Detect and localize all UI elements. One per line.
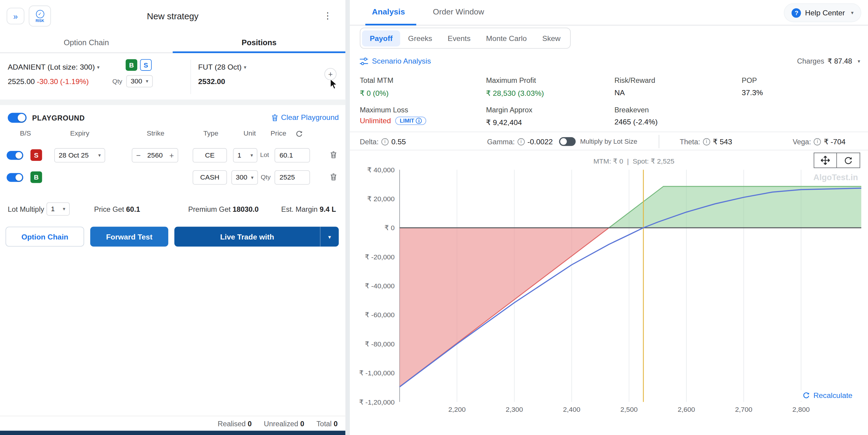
- refresh-prices-icon[interactable]: [296, 130, 303, 138]
- col-unit: Unit: [237, 129, 262, 137]
- leg-side-badge[interactable]: S: [30, 149, 42, 161]
- strategy-title: New strategy: [0, 12, 345, 22]
- metric-value: ₹ 9,42,404: [486, 118, 522, 127]
- total-pnl: Total 0: [316, 420, 338, 428]
- lot-size-toggle[interactable]: [559, 137, 576, 146]
- price-input[interactable]: [275, 148, 310, 163]
- strike-increment-button[interactable]: +: [165, 151, 178, 160]
- metric-label: Margin Approx: [486, 106, 532, 114]
- help-center-button[interactable]: ? Help Center ▾: [784, 3, 861, 22]
- metric-label: Breakeven: [614, 106, 649, 114]
- col-expiry: Expiry: [60, 129, 99, 137]
- metric-label: POP: [742, 76, 757, 85]
- chevron-down-icon: ▾: [146, 79, 148, 84]
- subtab-skew[interactable]: Skew: [534, 30, 568, 46]
- lot-multiply-label: Lot Multiply: [8, 205, 44, 213]
- scenario-row: Scenario Analysis Charges ₹ 87.48 ▾: [350, 56, 868, 70]
- instrument-change: -30.30 (-1.19%): [37, 77, 89, 86]
- delete-leg-icon[interactable]: [330, 151, 337, 159]
- section-divider: [0, 99, 345, 105]
- info-icon[interactable]: i: [703, 138, 710, 145]
- tab-positions[interactable]: Positions: [173, 32, 346, 53]
- scenario-analysis-button[interactable]: Scenario Analysis: [360, 57, 431, 65]
- analysis-subtabs: Payoff Greeks Events Monte Carlo Skew: [360, 28, 570, 49]
- pnl-footer: Realised 0 Unrealized 0 Total 0: [0, 416, 345, 431]
- tab-option-chain[interactable]: Option Chain: [0, 32, 173, 53]
- leg-side-badge[interactable]: B: [30, 171, 42, 183]
- recalculate-button[interactable]: Recalculate: [801, 391, 855, 401]
- action-buttons: Option Chain Forward Test Live Trade wit…: [0, 227, 345, 247]
- qty-label: Qty: [113, 78, 122, 85]
- tab-analysis[interactable]: Analysis: [372, 7, 405, 16]
- subtab-greeks[interactable]: Greeks: [400, 30, 440, 46]
- playground-header: PLAYGROUND Clear Playground: [0, 109, 345, 126]
- playground-columns: B/S Expiry Strike Type Unit Price: [0, 129, 345, 140]
- analysis-tab-underline: [365, 24, 416, 26]
- svg-text:2,300: 2,300: [506, 405, 523, 413]
- subtab-payoff[interactable]: Payoff: [362, 30, 400, 46]
- svg-text:2,700: 2,700: [735, 405, 752, 413]
- clear-playground-button[interactable]: Clear Playground: [271, 113, 339, 122]
- price-get: Price Get 60.1: [94, 205, 140, 213]
- theta-greek: Theta:i₹ 543: [680, 132, 732, 151]
- refresh-icon: [803, 392, 810, 399]
- qty-select[interactable]: 300▾: [126, 75, 153, 87]
- vega-greek: Vega:i₹ -704: [793, 132, 846, 151]
- live-trade-button[interactable]: Live Trade with ▾: [174, 227, 339, 246]
- metric-label: Risk/Reward: [614, 76, 655, 85]
- lot-multiply-select[interactable]: 1▾: [46, 202, 70, 216]
- tab-order-window[interactable]: Order Window: [433, 7, 484, 16]
- leg-toggle[interactable]: [7, 173, 23, 182]
- lot-size-toggle-label: Multiply by Lot Size: [580, 138, 637, 145]
- future-price: 2532.00: [198, 77, 225, 86]
- col-strike: Strike: [136, 129, 175, 137]
- svg-text:₹ 0: ₹ 0: [384, 224, 395, 232]
- subtab-events[interactable]: Events: [440, 30, 478, 46]
- chevron-down-icon: ▾: [251, 175, 253, 180]
- option-type-button[interactable]: CE: [193, 148, 227, 163]
- playground-toggle[interactable]: [8, 113, 27, 123]
- col-price: Price: [265, 129, 292, 137]
- bottom-bar: [0, 431, 345, 435]
- option-type-button[interactable]: CASH: [193, 170, 227, 185]
- forward-test-button[interactable]: Forward Test: [90, 227, 168, 246]
- unit-select[interactable]: 300▾: [231, 170, 258, 185]
- instrument-select[interactable]: ADANIENT (Lot size: 300)▾: [8, 63, 99, 71]
- charges-dropdown[interactable]: Charges ₹ 87.48 ▾: [797, 57, 860, 65]
- strike-decrement-button[interactable]: −: [132, 151, 145, 160]
- live-trade-dropdown[interactable]: ▾: [320, 227, 339, 246]
- help-icon: ?: [792, 8, 801, 18]
- metric-label: Maximum Profit: [486, 76, 536, 85]
- strike-stepper: − 2560 +: [132, 148, 178, 163]
- sell-badge[interactable]: S: [140, 59, 152, 71]
- expiry-select[interactable]: 28 Oct 25▾: [54, 148, 105, 163]
- future-select[interactable]: FUT (28 Oct)▾: [198, 63, 246, 71]
- leg-toggle[interactable]: [7, 151, 23, 160]
- buy-badge[interactable]: B: [126, 59, 137, 71]
- option-chain-button[interactable]: Option Chain: [5, 227, 84, 246]
- subtab-monte-carlo[interactable]: Monte Carlo: [478, 30, 534, 46]
- instrument-price: 2525.00 -30.30 (-1.19%): [8, 77, 89, 86]
- unit-suffix: Lot: [260, 152, 269, 158]
- left-topbar: » ✓ RISK New strategy ⋮: [0, 0, 345, 32]
- trash-icon: [271, 113, 278, 122]
- svg-text:2,800: 2,800: [792, 405, 809, 413]
- sliders-icon: [360, 57, 368, 65]
- info-icon[interactable]: i: [381, 138, 389, 145]
- column-divider: [190, 60, 191, 94]
- strategy-builder-panel: » ✓ RISK New strategy ⋮ Option Chain Pos…: [0, 0, 345, 435]
- chevron-down-icon: ▾: [858, 59, 860, 64]
- kebab-menu-icon[interactable]: ⋮: [323, 10, 332, 21]
- svg-text:₹ -1,00,000: ₹ -1,00,000: [359, 369, 395, 377]
- price-input[interactable]: [275, 170, 310, 185]
- info-icon[interactable]: i: [814, 138, 821, 145]
- svg-text:₹ -60,000: ₹ -60,000: [365, 311, 395, 319]
- vertical-divider: [659, 135, 659, 148]
- limit-badge[interactable]: LIMITi: [395, 116, 427, 125]
- svg-text:₹ -1,20,000: ₹ -1,20,000: [359, 398, 395, 406]
- info-icon[interactable]: i: [518, 138, 525, 145]
- payoff-chart[interactable]: 2,2002,3002,4002,5002,6002,7002,800₹ 40,…: [359, 159, 864, 424]
- unit-select[interactable]: 1▾: [233, 148, 257, 163]
- info-icon: i: [416, 118, 422, 124]
- delete-leg-icon[interactable]: [330, 173, 337, 181]
